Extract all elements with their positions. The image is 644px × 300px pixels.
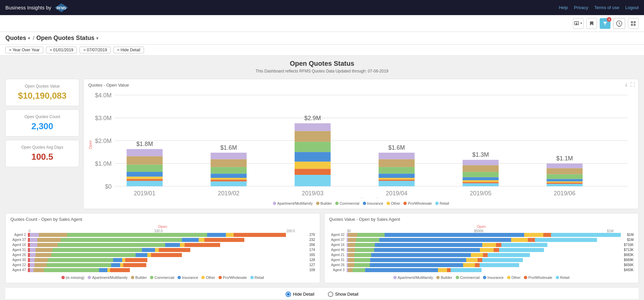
open-value-chart-title: Quotes - Open Value bbox=[88, 83, 634, 88]
svg-text:2019/05: 2019/05 bbox=[470, 190, 492, 197]
svg-rect-28 bbox=[211, 153, 247, 159]
export-button[interactable]: ▼ bbox=[573, 18, 584, 29]
bar-segment bbox=[111, 263, 120, 267]
bar-segment bbox=[355, 248, 374, 252]
filter-count-badge: 4 bbox=[607, 17, 611, 22]
kpi-count-amount: 2,300 bbox=[11, 121, 73, 132]
svg-rect-32 bbox=[211, 178, 247, 180]
breadcrumb-current[interactable]: Open Quotes Status ▼ bbox=[36, 35, 99, 42]
agent-bar-container bbox=[347, 253, 623, 257]
agent-label: Agent 21 bbox=[329, 253, 347, 257]
count-legend-pro-label: Pro/Wholesale bbox=[223, 276, 247, 280]
agent-bar-container bbox=[347, 233, 626, 237]
bookmark-button[interactable] bbox=[586, 18, 597, 29]
dashboard-title: Open Quotes Status bbox=[5, 60, 639, 67]
bar-segment bbox=[385, 233, 524, 237]
svg-rect-66 bbox=[547, 184, 583, 186]
bar-segment bbox=[524, 233, 543, 237]
svg-text:$1.6M: $1.6M bbox=[220, 144, 237, 151]
bar-segment bbox=[199, 238, 204, 242]
bar-segment bbox=[466, 258, 478, 262]
legend-label-apartment: Apartment/Multifamily bbox=[277, 201, 313, 205]
breadcrumb-separator: / bbox=[33, 35, 34, 41]
agent-bar-container bbox=[28, 233, 308, 237]
agent-value: 174 bbox=[309, 248, 315, 252]
terms-link[interactable]: Terms of use bbox=[594, 5, 619, 10]
filter-pill-2[interactable]: = 07/07/2019 bbox=[80, 47, 110, 53]
brand-name: Business Insights by bbox=[5, 5, 51, 10]
agent-label: Agent 26 bbox=[329, 263, 347, 267]
val-legend-builder-label: Builder bbox=[441, 276, 452, 280]
privacy-link[interactable]: Privacy bbox=[574, 5, 588, 10]
agent-label: Agent 47 bbox=[10, 268, 28, 272]
count-legend-commercial: Commercial bbox=[150, 276, 174, 280]
legend-dot-pro bbox=[403, 202, 407, 205]
agent-bar-container bbox=[347, 263, 623, 267]
toolbar-right: ▼ 4 185 bbox=[573, 18, 639, 29]
bar-segment bbox=[354, 253, 371, 257]
bar-segment bbox=[165, 243, 180, 247]
hide-detail-radio[interactable] bbox=[286, 292, 291, 297]
count-legend-retail: Retail bbox=[250, 276, 264, 280]
logout-link[interactable]: Logout bbox=[625, 5, 639, 10]
bottom-row: Quotes Count - Open by Sales Agent Open … bbox=[5, 213, 639, 283]
svg-text:Year/Month: Year/Month bbox=[347, 197, 381, 198]
svg-rect-21 bbox=[127, 156, 162, 165]
history-button[interactable]: 185 bbox=[613, 18, 625, 29]
svg-rect-42 bbox=[295, 175, 331, 186]
svg-rect-34 bbox=[211, 182, 247, 186]
bar-segment bbox=[182, 238, 199, 242]
hide-detail-radio-inner bbox=[287, 293, 290, 296]
agent-value: 276 bbox=[309, 233, 315, 237]
svg-text:$4.0M: $4.0M bbox=[95, 92, 112, 99]
count-legend-other-label: Other bbox=[206, 276, 215, 280]
breadcrumb-parent[interactable]: Quotes ▼ bbox=[5, 35, 31, 42]
agent-bar-container bbox=[28, 263, 308, 267]
bar-segment bbox=[379, 238, 511, 242]
filter-pill-0[interactable]: = Year Over Year bbox=[5, 47, 43, 53]
breadcrumb: Quotes ▼ / Open Quotes Status ▼ bbox=[0, 32, 644, 45]
chart-panel-icons: ⤓ ⛶ bbox=[624, 82, 635, 87]
svg-rect-46 bbox=[379, 167, 414, 174]
filter-pill-1[interactable]: = 01/01/2019 bbox=[46, 47, 77, 53]
open-value-svg: $4.0M $3.0M $2.0M $1.0M $0 bbox=[94, 90, 634, 198]
legend-builder: Builder bbox=[316, 201, 332, 205]
filter-button[interactable]: 4 bbox=[600, 18, 610, 29]
bar-segment bbox=[30, 248, 36, 252]
fullscreen-chart-icon[interactable]: ⛶ bbox=[630, 82, 635, 87]
list-item: Agent 47109 bbox=[10, 268, 315, 272]
bar-segment bbox=[30, 243, 38, 247]
svg-rect-49 bbox=[379, 180, 414, 181]
val-legend-other-label: Other bbox=[511, 276, 521, 280]
kpi-avg-amount: 100.5 bbox=[11, 152, 73, 162]
svg-rect-64 bbox=[547, 182, 583, 183]
bar-segment bbox=[354, 263, 370, 267]
bar-segment bbox=[159, 248, 190, 252]
agent-value: 165 bbox=[309, 253, 315, 257]
agent-bar-container bbox=[347, 268, 623, 272]
bar-segment bbox=[36, 253, 52, 257]
help-link[interactable]: Help bbox=[559, 5, 568, 10]
legend-label-insurance: Insurance bbox=[367, 201, 383, 205]
count-bars: Agent 2276Agent 37232Agent 16206Agent 31… bbox=[10, 233, 315, 272]
export-dropdown-arrow[interactable]: ▼ bbox=[580, 22, 583, 25]
bar-segment bbox=[120, 263, 123, 267]
list-item: Agent 37$1M bbox=[329, 238, 634, 242]
filter-pill-3[interactable]: = Hide Detail bbox=[113, 47, 144, 53]
count-legend-retail-label: Retail bbox=[255, 276, 264, 280]
count-legend-dot-apt bbox=[88, 276, 91, 279]
svg-rect-30 bbox=[211, 167, 247, 174]
download-chart-icon[interactable]: ⤓ bbox=[624, 82, 628, 87]
show-detail-option[interactable]: Show Detail bbox=[328, 292, 358, 297]
count-legend-apt-label: Apartment/Multifamily bbox=[92, 276, 128, 280]
count-legend-commercial-label: Commercial bbox=[154, 276, 174, 280]
show-detail-radio[interactable] bbox=[328, 292, 333, 297]
hide-detail-option[interactable]: Hide Detail bbox=[286, 292, 314, 297]
count-legend-dot-retail bbox=[250, 276, 254, 279]
layout-button[interactable] bbox=[628, 18, 639, 29]
list-item: Agent 16206 bbox=[10, 243, 315, 247]
bar-segment bbox=[155, 248, 159, 252]
svg-text:2019/01: 2019/01 bbox=[134, 190, 156, 197]
svg-text:$1.1M: $1.1M bbox=[556, 155, 573, 162]
val-legend-insurance: Insurance bbox=[483, 276, 503, 280]
